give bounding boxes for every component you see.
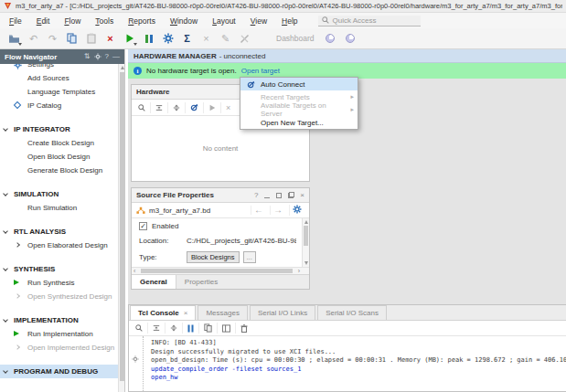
back-arrow-icon[interactable]: ← [251,206,266,215]
float-icon[interactable] [288,193,294,198]
pause-output-button[interactable] [183,323,199,334]
enabled-checkbox[interactable]: ✓ [139,222,147,230]
collapse-toggle-icon[interactable]: ⇅ [84,53,91,60]
cancel-run-button[interactable]: × [198,31,214,47]
tab-serial-io-links[interactable]: Serial I/O Links [250,305,315,320]
tab-properties[interactable]: Properties [176,275,226,289]
flow-item-generate-block-design[interactable]: Generate Block Design [0,164,124,177]
copy-button[interactable] [64,31,80,47]
menu-window[interactable]: Window [163,15,205,27]
location-label: Location: [139,237,187,245]
open-target-link[interactable]: Open target [241,67,280,75]
flow-item-settings[interactable]: Settings [0,64,124,71]
collapse-all-icon [155,104,163,111]
delete-button[interactable]: × [102,31,118,47]
menu-view[interactable]: View [243,15,274,27]
flow-section-program-and-debug[interactable]: PROGRAM AND DEBUG [0,365,124,378]
tab-tcl-console[interactable]: Tcl Console × [130,305,196,320]
layout-toggle-icon[interactable] [346,34,355,43]
properties-gear-button[interactable] [289,205,304,216]
close-icon[interactable]: × [184,309,188,317]
flow-steps-button[interactable] [141,31,156,47]
menu-flow[interactable]: Flow [57,15,88,27]
expand-all-button[interactable] [166,323,183,334]
probe-button[interactable] [237,31,252,47]
expand-all-button[interactable] [168,102,186,113]
console-output[interactable]: INFO: [BD 41-433] Design successfully mi… [129,336,566,391]
close-icon[interactable]: × [300,192,304,199]
gear-icon[interactable] [94,53,101,60]
menu-edit[interactable]: Edit [29,15,58,27]
vertical-scrollbar[interactable] [302,218,309,267]
redo-button[interactable]: ↷ [45,31,60,47]
clear-console-button[interactable] [236,323,252,334]
menu-item-available-targets[interactable]: Available Targets on Server ▸ [240,103,358,116]
minimize-icon[interactable] [264,193,270,198]
scroll-up-arrow-icon[interactable] [121,66,124,69]
search-button[interactable] [131,323,148,334]
word-wrap-button[interactable] [218,323,236,334]
scroll-right-arrow-icon[interactable]: › [298,268,300,275]
layout-toggle-icon[interactable] [326,34,335,43]
flow-item-ip-catalog[interactable]: IP Catalog [0,99,124,112]
help-icon[interactable]: ? [105,53,109,60]
scrollbar-thumb[interactable] [141,269,293,273]
scroll-down-arrow-icon[interactable] [304,261,308,265]
menu-item-open-new-target[interactable]: Open New Target... [240,116,358,129]
copy-button[interactable] [199,323,218,334]
auto-connect-button[interactable] [186,102,204,113]
flow-item-create-block-design[interactable]: Create Block Design [0,136,124,150]
tab-serial-io-scans[interactable]: Serial I/O Scans [317,305,387,320]
flow-item-language-templates[interactable]: Language Templates [0,85,124,99]
tab-messages[interactable]: Messages [198,305,247,320]
collapse-all-button[interactable] [148,323,166,334]
scroll-left-arrow-icon[interactable]: ‹ [133,268,135,275]
settings-button[interactable] [160,31,176,47]
scrollbar-thumb[interactable] [120,72,124,381]
minimize-icon[interactable]: — [112,53,120,60]
search-button[interactable] [133,102,151,113]
gear-icon [163,33,174,44]
menu-item-auto-connect[interactable]: Auto Connect [240,78,358,90]
flow-item-open-implemented-design[interactable]: Open Implemented Design [0,341,124,355]
more-button[interactable]: ... [243,251,256,263]
run-target-button[interactable] [204,102,221,113]
edit-button[interactable]: ✎ [218,31,233,47]
flow-section-rtl-analysis[interactable]: RTL ANALYSIS [0,225,124,238]
paste-icon [87,33,96,44]
flow-item-run-synthesis[interactable]: Run Synthesis [0,276,124,290]
scrollbar-thumb[interactable] [304,226,308,246]
flow-section-synthesis[interactable]: SYNTHESIS [0,262,124,276]
flow-section-simulation[interactable]: SIMULATION [0,187,124,201]
horizontal-scrollbar[interactable]: ‹ › [132,267,309,274]
menu-layout[interactable]: Layout [205,15,243,27]
help-icon[interactable]: ? [254,192,258,199]
tab-general[interactable]: General [132,275,176,289]
flow-item-add-sources[interactable]: Add Sources [0,71,124,85]
open-project-button[interactable] [6,31,22,47]
menu-tools[interactable]: Tools [88,15,121,27]
type-value-button[interactable]: Block Designs [187,251,240,263]
forward-arrow-icon[interactable]: → [270,206,285,215]
paste-button[interactable] [83,31,99,47]
flow-section-ip-integrator[interactable]: IP INTEGRATOR [0,122,124,136]
scroll-up-arrow-icon[interactable] [304,220,308,224]
flow-item-run-implementation[interactable]: Run Implementation [0,327,124,341]
menu-help[interactable]: Help [274,15,304,27]
menu-file[interactable]: File [2,15,29,27]
flow-item-run-simulation[interactable]: Run Simulation [0,201,124,215]
flow-item-open-synthesized-design[interactable]: Open Synthesized Design [0,290,124,303]
collapse-all-button[interactable] [151,102,168,113]
undo-button[interactable]: ↶ [26,31,41,47]
flow-item-open-elaborated-design[interactable]: Open Elaborated Design [0,238,124,252]
quick-access-search[interactable]: Quick Access [318,16,421,26]
maximize-icon[interactable] [276,193,282,198]
flow-section-implementation[interactable]: IMPLEMENTATION [0,313,124,327]
sum-report-button[interactable]: Σ [179,31,195,47]
search-icon [135,324,143,332]
flow-navigator-scrollbar[interactable] [118,64,124,392]
menu-reports[interactable]: Reports [121,15,163,27]
run-button[interactable] [122,31,137,47]
close-target-button[interactable]: × [221,102,235,113]
flow-item-open-block-design[interactable]: Open Block Design [0,150,124,164]
